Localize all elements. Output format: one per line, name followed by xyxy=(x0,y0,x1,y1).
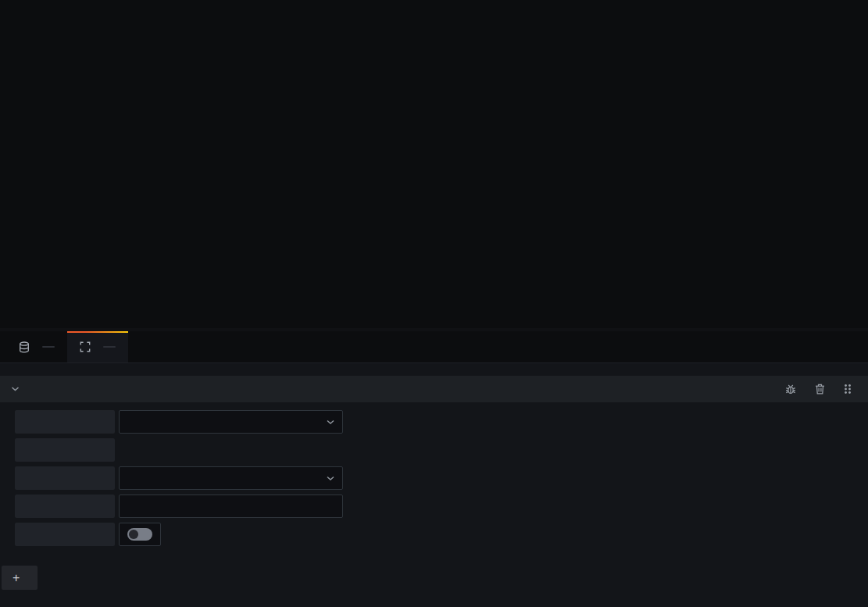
grafana-panel-editor: + xyxy=(0,0,868,607)
trash-icon[interactable] xyxy=(809,383,830,395)
add-transformation-button[interactable]: + xyxy=(2,566,38,590)
field-name-row xyxy=(15,438,855,462)
plus-icon: + xyxy=(13,571,20,585)
transform-icon xyxy=(80,341,91,352)
calculation-select[interactable] xyxy=(119,466,343,490)
calculation-label xyxy=(15,466,115,490)
chevron-down-icon xyxy=(327,420,334,425)
timeseries-panel xyxy=(0,0,868,328)
tab-query[interactable] xyxy=(6,331,67,362)
field-name-label xyxy=(15,438,115,462)
alias-row xyxy=(15,495,855,518)
toggle-track xyxy=(127,528,152,541)
calculation-row xyxy=(15,466,855,490)
chevron-down-icon xyxy=(327,476,334,481)
replace-all-fields-toggle[interactable] xyxy=(119,523,161,546)
drag-handle-icon[interactable] xyxy=(838,383,857,395)
debug-icon[interactable] xyxy=(780,383,802,395)
chart-legend xyxy=(0,306,868,323)
toggle-knob xyxy=(129,530,138,539)
collapse-chevron-icon[interactable] xyxy=(11,386,20,392)
mode-select[interactable] xyxy=(119,410,343,434)
tab-transform[interactable] xyxy=(67,331,128,362)
transformation-header xyxy=(0,376,868,402)
editor-tabs xyxy=(0,331,868,363)
query-count-badge xyxy=(42,346,55,348)
transform-editor: + xyxy=(0,363,868,607)
mode-row xyxy=(15,410,855,434)
database-icon xyxy=(19,341,30,353)
alias-input[interactable] xyxy=(119,495,343,518)
transform-count-badge xyxy=(103,346,116,348)
replace-all-fields-label xyxy=(15,523,115,546)
mode-label xyxy=(15,410,115,434)
transformation-options xyxy=(13,410,855,546)
alias-label xyxy=(15,495,115,518)
chart-canvas[interactable] xyxy=(0,0,868,306)
replace-all-fields-row xyxy=(15,523,855,546)
